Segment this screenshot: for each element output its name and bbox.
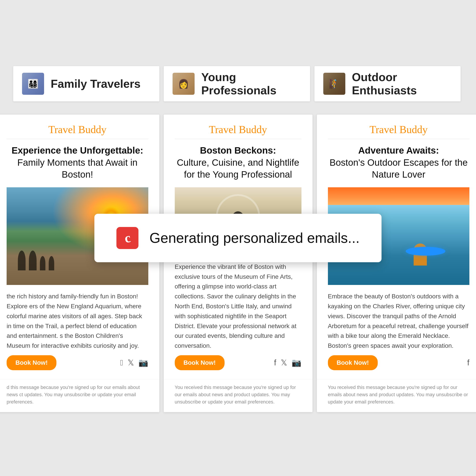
person-adult-2: [29, 251, 36, 270]
avatar-outdoor: [323, 73, 345, 95]
person-child-1: [40, 256, 45, 270]
loading-logo-letter: c: [123, 230, 132, 246]
social-icons-family:  𝕏 📷: [120, 358, 148, 367]
email-footer-actions-family: Book Now!  𝕏 📷: [7, 351, 148, 375]
social-icons-young: f 𝕏 📷: [274, 358, 301, 367]
email-card-young: Travel Buddy Boston Beckons: Culture, Cu…: [164, 115, 312, 412]
person-child-2: [49, 256, 54, 270]
twitter-icon-family[interactable]: 𝕏: [128, 358, 134, 367]
person-adult-1: [18, 251, 26, 270]
email-body-young: Experience the vibrant life of Boston wi…: [175, 262, 302, 351]
email-footer-actions-young: Book Now! f 𝕏 📷: [175, 351, 302, 375]
email-card-family: Travel Buddy Experience the Unforgettabl…: [0, 115, 159, 412]
email-footer-text-young: You received this message because you're…: [164, 379, 312, 412]
email-title-bold-outdoor: Adventure Awaits:: [358, 145, 439, 155]
loading-overlay: c Generating personalized emails...: [94, 214, 381, 262]
brand-name-family: Travel Buddy: [7, 123, 148, 136]
family-silhouette: [18, 251, 54, 270]
email-body-outdoor: Embrace the beauty of Boston's outdoors …: [328, 291, 470, 351]
email-title-bold-family: Experience the Unforgettable:: [12, 145, 143, 155]
instagram-icon-young[interactable]: 📷: [291, 358, 302, 367]
email-title-young: Boston Beckons: Culture, Cuisine, and Ni…: [175, 145, 302, 181]
book-button-outdoor[interactable]: Book Now!: [328, 355, 378, 370]
social-icons-outdoor: f: [467, 358, 469, 367]
facebook-icon-family[interactable]: : [120, 358, 123, 367]
facebook-icon-outdoor[interactable]: f: [467, 358, 469, 367]
audience-label-family: Family Travelers: [51, 77, 141, 90]
avatar-young: [172, 73, 195, 95]
email-title-regular-family: Family Moments that Await in Boston!: [7, 157, 148, 181]
email-title-regular-outdoor: Boston's Outdoor Escapes for the Nature …: [328, 157, 470, 181]
email-title-regular-young: Culture, Cuisine, and Nightlife for the …: [175, 157, 302, 181]
email-footer-text-outdoor: You received this message because you're…: [317, 379, 476, 412]
audience-card-family[interactable]: Family Travelers: [13, 66, 159, 101]
audience-card-outdoor[interactable]: Outdoor Enthusiasts: [314, 66, 460, 101]
audience-row: Family Travelers Young Professionals Out…: [13, 62, 463, 106]
loading-logo: c: [116, 227, 138, 249]
avatar-family: [22, 73, 44, 95]
twitter-icon-young[interactable]: 𝕏: [281, 358, 287, 367]
email-footer-text-family: d this message because you're signed up …: [0, 379, 159, 412]
book-button-young[interactable]: Book Now!: [175, 355, 224, 370]
audience-card-young[interactable]: Young Professionals: [164, 66, 310, 101]
email-card-outdoor: Travel Buddy Adventure Awaits: Boston's …: [317, 115, 476, 412]
top-spacer: [0, 0, 476, 62]
email-footer-actions-outdoor: Book Now! f: [328, 351, 470, 375]
brand-name-young: Travel Buddy: [175, 123, 302, 136]
email-title-bold-young: Boston Beckons:: [200, 145, 276, 155]
book-button-family[interactable]: Book Now!: [7, 355, 56, 370]
audience-label-outdoor: Outdoor Enthusiasts: [352, 70, 452, 97]
audience-label-young: Young Professionals: [201, 70, 301, 97]
loading-text: Generating personalized emails...: [149, 230, 359, 246]
email-body-family: the rich history and family-friendly fun…: [7, 291, 148, 351]
instagram-icon-family[interactable]: 📷: [138, 358, 148, 367]
email-title-family: Experience the Unforgettable: Family Mom…: [7, 145, 148, 181]
facebook-icon-young[interactable]: f: [274, 358, 276, 367]
brand-name-outdoor: Travel Buddy: [328, 123, 470, 136]
email-title-outdoor: Adventure Awaits: Boston's Outdoor Escap…: [328, 145, 470, 181]
email-cards-container: Travel Buddy Experience the Unforgettabl…: [13, 115, 463, 412]
